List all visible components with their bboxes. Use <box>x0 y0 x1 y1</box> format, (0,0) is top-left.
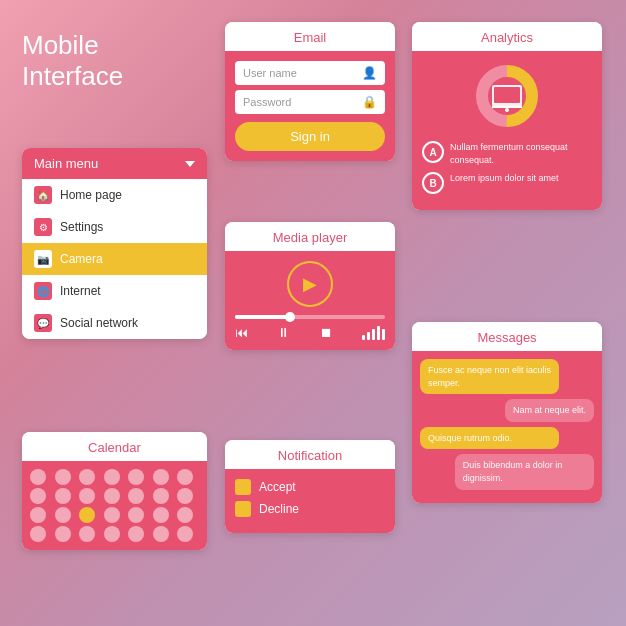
lock-icon: 🔒 <box>362 95 377 109</box>
message-bubble-3: Quisque rutrum odio. <box>420 427 559 450</box>
menu-header: Main menu <box>22 148 207 179</box>
play-button[interactable]: ▶ <box>287 261 333 307</box>
notif-decline-item: Decline <box>235 501 385 517</box>
messages-card-body: Fusce ac neque non elit iaculis semper. … <box>412 351 602 503</box>
accept-label: Accept <box>259 480 296 494</box>
cal-day[interactable] <box>30 507 46 523</box>
cal-day[interactable] <box>104 488 120 504</box>
notification-title: Notification <box>278 448 342 463</box>
pause-button[interactable]: ⏸ <box>277 325 290 340</box>
cal-day[interactable] <box>128 507 144 523</box>
cal-day[interactable] <box>153 526 169 542</box>
message-bubble-2: Nam at neque elit. <box>505 399 594 422</box>
menu-item-home-label: Home page <box>60 188 122 202</box>
cal-day[interactable] <box>153 507 169 523</box>
cal-day[interactable] <box>55 469 71 485</box>
cal-day[interactable] <box>30 469 46 485</box>
user-icon: 👤 <box>362 66 377 80</box>
vol-bar-1 <box>362 335 365 340</box>
menu-item-social[interactable]: 💬 Social network <box>22 307 207 339</box>
accept-checkbox[interactable] <box>235 479 251 495</box>
play-button-wrap: ▶ <box>235 261 385 307</box>
cal-day[interactable] <box>79 469 95 485</box>
title-line2: Interface <box>22 61 123 92</box>
cal-day[interactable] <box>79 526 95 542</box>
email-card: Email User name 👤 Password 🔒 Sign in <box>225 22 395 161</box>
cal-day[interactable] <box>79 488 95 504</box>
messages-title: Messages <box>477 330 536 345</box>
media-player-card: Media player ▶ ⏮ ⏸ ⏹ <box>225 222 395 350</box>
analytics-item-a: A Nullam fermentum consequat consequat. <box>422 141 592 166</box>
message-text-3: Quisque rutrum odio. <box>428 433 512 443</box>
vol-bar-4 <box>377 326 380 340</box>
menu-item-social-label: Social network <box>60 316 138 330</box>
cal-day[interactable] <box>104 507 120 523</box>
menu-header-label: Main menu <box>34 156 98 171</box>
media-card-body: ▶ ⏮ ⏸ ⏹ <box>225 251 395 350</box>
cal-day[interactable] <box>55 488 71 504</box>
cal-day[interactable] <box>30 526 46 542</box>
progress-bar[interactable] <box>235 315 385 319</box>
notif-accept-item: Accept <box>235 479 385 495</box>
email-card-body: User name 👤 Password 🔒 Sign in <box>225 51 395 161</box>
media-title: Media player <box>273 230 347 245</box>
analytics-card-header: Analytics <box>412 22 602 51</box>
badge-b: B <box>422 172 444 194</box>
notif-card-header: Notification <box>225 440 395 469</box>
calendar-title: Calendar <box>88 440 141 455</box>
cal-day[interactable] <box>177 469 193 485</box>
svg-rect-3 <box>494 87 520 103</box>
menu-item-internet[interactable]: 🌐 Internet <box>22 275 207 307</box>
analytics-card: Analytics A Nullam fermentum consequat c… <box>412 22 602 210</box>
cal-day[interactable] <box>177 507 193 523</box>
username-input[interactable]: User name 👤 <box>235 61 385 85</box>
cal-day[interactable] <box>104 469 120 485</box>
donut-chart <box>472 61 542 131</box>
messages-card-header: Messages <box>412 322 602 351</box>
password-input[interactable]: Password 🔒 <box>235 90 385 114</box>
menu-dropdown-arrow[interactable] <box>185 161 195 167</box>
messages-card: Messages Fusce ac neque non elit iaculis… <box>412 322 602 503</box>
menu-item-home[interactable]: 🏠 Home page <box>22 179 207 211</box>
decline-label: Decline <box>259 502 299 516</box>
email-card-header: Email <box>225 22 395 51</box>
calendar-card-body <box>22 461 207 550</box>
menu-item-camera[interactable]: 📷 Camera <box>22 243 207 275</box>
signin-label: Sign in <box>290 129 330 144</box>
stop-button[interactable]: ⏹ <box>320 325 333 340</box>
camera-icon: 📷 <box>34 250 52 268</box>
message-text-1: Fusce ac neque non elit iaculis semper. <box>428 365 551 388</box>
signin-button[interactable]: Sign in <box>235 122 385 151</box>
menu-item-camera-label: Camera <box>60 252 103 266</box>
progress-dot <box>285 312 295 322</box>
analytics-item-b: B Lorem ipsum dolor sit amet <box>422 172 592 194</box>
password-placeholder: Password <box>243 96 291 108</box>
decline-checkbox[interactable] <box>235 501 251 517</box>
menu-item-settings-label: Settings <box>60 220 103 234</box>
media-controls: ⏮ ⏸ ⏹ <box>235 325 385 340</box>
calendar-card-header: Calendar <box>22 432 207 461</box>
cal-day[interactable] <box>153 488 169 504</box>
cal-day-active[interactable] <box>79 507 95 523</box>
cal-day[interactable] <box>153 469 169 485</box>
vol-bar-2 <box>367 332 370 340</box>
menu-item-settings[interactable]: ⚙ Settings <box>22 211 207 243</box>
cal-day[interactable] <box>55 526 71 542</box>
cal-day[interactable] <box>128 469 144 485</box>
cal-day[interactable] <box>55 507 71 523</box>
cal-day[interactable] <box>30 488 46 504</box>
svg-point-5 <box>505 108 509 112</box>
vol-bar-5 <box>382 329 385 340</box>
progress-fill <box>235 315 288 319</box>
cal-day[interactable] <box>128 488 144 504</box>
main-menu-card: Main menu 🏠 Home page ⚙ Settings 📷 Camer… <box>22 148 207 339</box>
cal-day[interactable] <box>177 526 193 542</box>
prev-button[interactable]: ⏮ <box>235 325 248 340</box>
message-text-4: Duis bibendum a dolor in dignissim. <box>463 460 563 483</box>
cal-day[interactable] <box>104 526 120 542</box>
email-title: Email <box>294 30 327 45</box>
cal-day[interactable] <box>177 488 193 504</box>
analytics-text-a: Nullam fermentum consequat consequat. <box>450 141 592 166</box>
message-bubble-1: Fusce ac neque non elit iaculis semper. <box>420 359 559 394</box>
cal-day[interactable] <box>128 526 144 542</box>
